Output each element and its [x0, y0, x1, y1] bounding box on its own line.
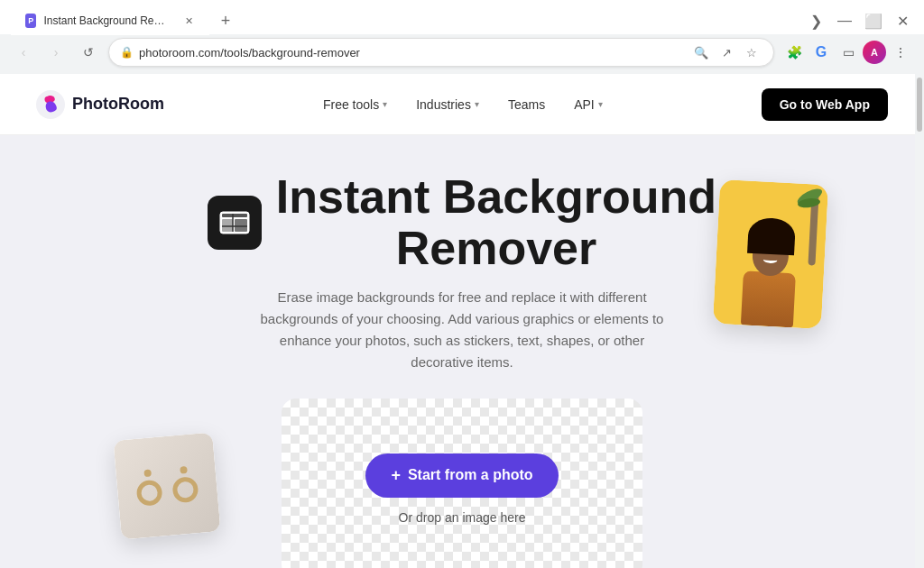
floating-person-image	[713, 179, 828, 329]
tab-title: Instant Background Remover - R...	[43, 14, 172, 27]
minimize-button[interactable]: —	[834, 10, 855, 32]
share-icon[interactable]: ↗	[716, 41, 737, 63]
title-bar: P Instant Background Remover - R... ✕ + …	[0, 0, 924, 34]
drop-label: Or drop an image here	[399, 510, 526, 525]
svg-rect-2	[222, 214, 247, 217]
chevron-down-icon: ▾	[598, 99, 603, 109]
address-bar-row: ‹ › ↺ 🔒 photoroom.com/tools/background-r…	[0, 34, 924, 74]
floating-earring-image	[113, 432, 220, 539]
back-button[interactable]: ‹	[11, 40, 36, 65]
profile-avatar[interactable]: A	[863, 41, 886, 64]
website-content: PhotoRoom Free tools ▾ Industries ▾ Team…	[0, 74, 924, 568]
refresh-button[interactable]: ↺	[76, 40, 101, 65]
tab-close-button[interactable]: ✕	[184, 14, 195, 28]
close-button[interactable]: ✕	[892, 10, 913, 32]
scrollbar-thumb[interactable]	[917, 78, 922, 132]
go-to-web-app-button[interactable]: Go to Web App	[762, 88, 888, 121]
active-tab[interactable]: P Instant Background Remover - R... ✕	[11, 6, 209, 35]
forward-button[interactable]: ›	[43, 40, 69, 65]
hero-title: Instant Background Remover	[208, 171, 716, 274]
logo-text: PhotoRoom	[72, 95, 164, 114]
chevron-down-icon[interactable]: ❯	[805, 10, 827, 32]
window-controls: ❯ — ⬜ ✕	[805, 10, 913, 32]
svg-rect-3	[222, 219, 233, 232]
nav-teams[interactable]: Teams	[495, 90, 558, 119]
lock-icon: 🔒	[120, 46, 134, 59]
address-bar[interactable]: 🔒 photoroom.com/tools/background-remover…	[108, 38, 774, 67]
browser-chrome: P Instant Background Remover - R... ✕ + …	[0, 0, 924, 74]
split-view-icon[interactable]: ▭	[836, 40, 861, 65]
chevron-down-icon: ▾	[475, 99, 479, 109]
maximize-button[interactable]: ⬜	[863, 10, 884, 32]
url-display: photoroom.com/tools/background-remover	[139, 46, 685, 60]
google-icon[interactable]: G	[808, 40, 834, 65]
nav-api[interactable]: API ▾	[561, 90, 615, 119]
new-tab-button[interactable]: +	[213, 8, 238, 33]
nav-industries[interactable]: Industries ▾	[403, 90, 492, 119]
plus-icon: +	[391, 466, 401, 485]
search-icon[interactable]: 🔍	[690, 41, 712, 63]
nav-free-tools[interactable]: Free tools ▾	[310, 90, 400, 119]
extensions-icon[interactable]: 🧩	[781, 40, 807, 65]
start-from-photo-button[interactable]: + Start from a photo	[365, 453, 558, 498]
scrollbar[interactable]	[915, 74, 924, 568]
svg-rect-4	[235, 219, 247, 232]
logo[interactable]: PhotoRoom	[36, 90, 164, 119]
upload-area[interactable]: + Start from a photo Or drop an image he…	[282, 399, 642, 568]
tab-favicon: P	[25, 14, 36, 28]
bookmark-icon[interactable]: ☆	[741, 41, 762, 63]
menu-icon[interactable]: ⋮	[888, 40, 913, 65]
background-remover-icon	[208, 196, 262, 250]
chevron-down-icon: ▾	[383, 99, 387, 109]
logo-icon	[36, 90, 65, 119]
site-navigation: PhotoRoom Free tools ▾ Industries ▾ Team…	[0, 74, 924, 135]
nav-links: Free tools ▾ Industries ▾ Teams API ▾	[310, 90, 615, 119]
hero-subtitle: Erase image backgrounds for free and rep…	[254, 287, 670, 373]
